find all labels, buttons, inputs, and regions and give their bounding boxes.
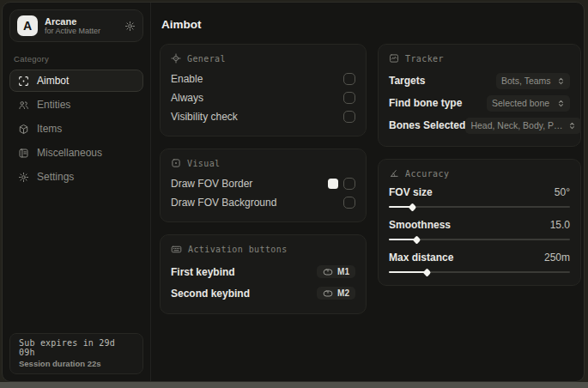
activation-buttons-card: Activation buttons First keybind [160, 234, 367, 314]
subscription-info-card: Sub expires in 29d 09h Session duration … [9, 333, 143, 374]
dropdown-value: Head, Neck, Body, Pe... [470, 120, 563, 130]
setting-label: Enable [171, 73, 203, 85]
crosshair-scan-icon [18, 76, 29, 87]
angle-icon [389, 168, 399, 179]
general-card: General Enable Always Visibility check [160, 44, 367, 136]
unfold-icon [568, 122, 576, 130]
sidebar-item-aimbot[interactable]: Aimbot [9, 70, 143, 92]
panel-list-icon [18, 148, 29, 159]
sidebar-item-label: Settings [37, 171, 74, 183]
tracker-card: Tracker Targets Bots, Teams [378, 44, 581, 147]
brand-subtitle: for Active Matter [45, 27, 118, 35]
gear-icon [18, 172, 29, 183]
activation-card-header: Activation buttons [171, 244, 355, 255]
slider-group-max-distance: Max distance 250m [389, 250, 570, 273]
sidebar-nav: Aimbot Entities [9, 70, 143, 188]
slider-value: 15.0 [550, 219, 570, 231]
sidebar-item-settings[interactable]: Settings [9, 166, 143, 188]
setting-label: Draw FOV Background [171, 197, 276, 209]
sidebar-item-label: Items [37, 123, 62, 135]
card-header-label: Tracker [405, 54, 444, 64]
tracker-row-targets: Targets Bots, Teams [389, 70, 570, 92]
dropdown-value: Selected bone [492, 98, 549, 108]
desktop-background: A Arcane for Active Matter Category [0, 0, 588, 388]
screen-dot-icon [171, 158, 181, 168]
slider-label: Max distance [389, 252, 453, 264]
setting-label: Always [171, 92, 203, 104]
sidebar: A Arcane for Active Matter Category [3, 3, 151, 381]
dropdown-label: Bones Selected [389, 119, 465, 131]
brand-title: Arcane [45, 16, 118, 27]
sidebar-item-items[interactable]: Items [9, 118, 143, 140]
dropdown-label: Targets [389, 75, 425, 87]
visual-card: Visual Draw FOV Border Draw FOV Backgrou… [160, 149, 367, 222]
right-column: Tracker Targets Bots, Teams [378, 44, 581, 298]
people-icon [18, 100, 29, 111]
setting-label: Visibility check [171, 111, 238, 123]
general-card-header: General [171, 53, 355, 64]
sidebar-item-entities[interactable]: Entities [9, 94, 143, 116]
setting-row-always: Always [171, 88, 355, 107]
brand-logo: A [17, 15, 38, 36]
mouse-icon [323, 268, 333, 276]
card-header-label: Visual [187, 159, 221, 168]
card-header-label: Activation buttons [188, 245, 288, 254]
keybind-value: M1 [337, 267, 349, 276]
slider-group-smoothness: Smoothness 15.0 [389, 217, 570, 240]
page-title: Aimbot [161, 18, 581, 31]
slider-fill [389, 271, 427, 273]
slider-label: Smoothness [389, 219, 451, 231]
category-label: Category [14, 54, 143, 64]
mouse-icon [323, 289, 333, 298]
dropdown-value: Bots, Teams [501, 76, 551, 86]
dropdown-label: Find bone type [389, 97, 462, 109]
find-bone-type-dropdown[interactable]: Selected bone [487, 95, 570, 112]
keybind-label: First keybind [171, 266, 235, 278]
session-duration-text: Session duration 22s [19, 359, 134, 368]
slider-thumb[interactable] [412, 235, 421, 244]
card-header-label: Accuracy [405, 169, 449, 179]
fov-border-checkbox[interactable] [343, 178, 355, 190]
sidebar-item-miscellaneous[interactable]: Miscellaneous [9, 142, 143, 164]
setting-label: Draw FOV Border [171, 178, 252, 190]
activity-icon [389, 53, 399, 64]
sub-expiry-text: Sub expires in 29d 09h [19, 338, 134, 357]
fov-border-color-swatch[interactable] [328, 179, 338, 189]
smoothness-slider[interactable] [389, 239, 570, 240]
slider-value: 250m [544, 252, 570, 264]
sidebar-item-label: Entities [37, 99, 70, 111]
setting-row-fov-border: Draw FOV Border [171, 174, 355, 193]
keybind-label: Second keybind [171, 288, 250, 300]
sidebar-item-label: Miscellaneous [37, 147, 102, 159]
fov-size-slider[interactable] [389, 206, 570, 208]
slider-label: FOV size [389, 186, 433, 198]
tracker-row-bone-type: Find bone type Selected bone [389, 92, 570, 114]
always-checkbox[interactable] [343, 92, 355, 104]
unfold-icon [557, 77, 565, 85]
max-distance-slider[interactable] [389, 271, 570, 273]
second-keybind-button[interactable]: M2 [317, 287, 355, 300]
visual-card-header: Visual [171, 158, 355, 168]
brand-text: Arcane for Active Matter [45, 16, 118, 36]
crosshair-icon [171, 53, 181, 64]
left-column: General Enable Always Visibility check [160, 44, 367, 326]
fov-background-checkbox[interactable] [343, 197, 355, 209]
tracker-row-bones-selected: Bones Selected Head, Neck, Body, Pe... [389, 114, 570, 136]
slider-thumb[interactable] [423, 268, 432, 276]
bones-selected-dropdown[interactable]: Head, Neck, Body, Pe... [465, 118, 581, 134]
card-header-label: General [187, 54, 226, 64]
keybind-row-first: First keybind M1 [171, 261, 355, 282]
tracker-card-header: Tracker [389, 53, 570, 64]
enable-checkbox[interactable] [343, 73, 355, 85]
setting-row-visibility-check: Visibility check [171, 107, 355, 126]
keyboard-icon [171, 244, 182, 255]
targets-dropdown[interactable]: Bots, Teams [496, 73, 570, 89]
slider-group-fov-size: FOV size 50° [389, 185, 570, 208]
setting-row-enable: Enable [171, 70, 355, 88]
first-keybind-button[interactable]: M1 [317, 265, 355, 278]
cube-icon [18, 124, 29, 135]
accuracy-card: Accuracy FOV size 50° [378, 159, 581, 286]
visibility-check-checkbox[interactable] [343, 111, 355, 123]
gear-icon[interactable] [124, 21, 136, 32]
slider-thumb[interactable] [409, 203, 417, 211]
